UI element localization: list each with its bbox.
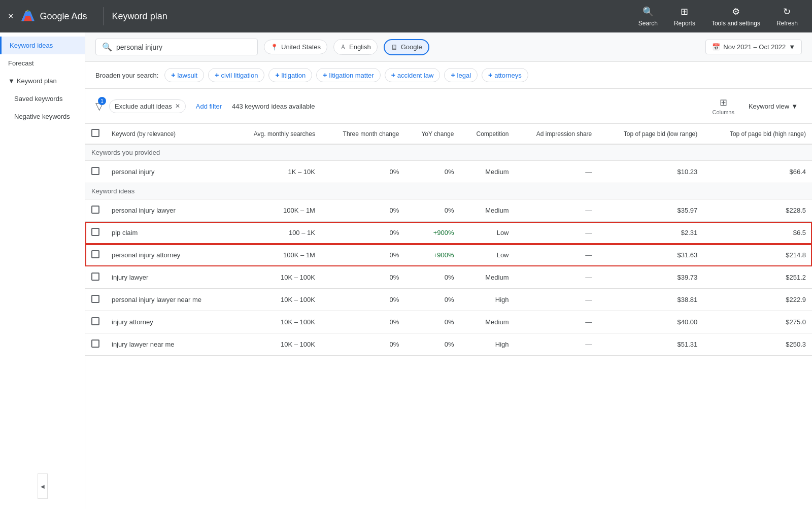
- select-all-checkbox[interactable]: [91, 129, 99, 137]
- row-checkbox[interactable]: [85, 161, 106, 183]
- sidebar-item-saved-keywords[interactable]: Saved keywords: [0, 90, 85, 108]
- row-checkbox[interactable]: [85, 333, 106, 356]
- view-dropdown[interactable]: Keyword view ▼: [745, 100, 802, 113]
- plus-icon: +: [171, 71, 175, 79]
- top-page-high-cell: $66.4: [703, 161, 812, 183]
- sidebar-scroll-arrow[interactable]: ◀: [38, 473, 48, 499]
- three-month-cell: 0%: [321, 222, 405, 244]
- top-page-high-cell: $275.0: [703, 311, 812, 333]
- col-top-page-low[interactable]: Top of page bid (low range): [598, 124, 703, 144]
- columns-icon: ⊞: [720, 97, 727, 108]
- keyword-cell: personal injury: [106, 161, 231, 183]
- columns-label: Columns: [713, 109, 734, 115]
- row-checkbox[interactable]: [85, 311, 106, 333]
- keyword-search-input[interactable]: [116, 43, 251, 51]
- table-row: injury attorney10K – 100K0%0%Medium—$40.…: [85, 311, 812, 333]
- col-yoy[interactable]: YoY change: [405, 124, 460, 144]
- view-dropdown-chevron: ▼: [791, 103, 798, 110]
- sidebar-item-forecast[interactable]: Forecast: [0, 54, 85, 72]
- app-logo: Google Ads: [20, 8, 87, 24]
- avg-monthly-cell: 10K – 100K: [231, 311, 321, 333]
- row-checkbox[interactable]: [85, 199, 106, 222]
- row-checkbox[interactable]: [85, 222, 106, 244]
- refresh-action[interactable]: ↻ Refresh: [770, 4, 804, 29]
- col-ad-impression[interactable]: Ad impression share: [515, 124, 598, 144]
- exclude-close-icon[interactable]: ✕: [175, 103, 180, 110]
- plus-icon: +: [215, 71, 219, 79]
- keyword-count-label: 443 keyword ideas available: [232, 103, 315, 110]
- close-button[interactable]: ×: [8, 11, 14, 22]
- exclude-adult-chip[interactable]: Exclude adult ideas ✕: [109, 99, 186, 113]
- yoy-cell: +900%: [405, 244, 460, 266]
- row-checkbox[interactable]: [91, 317, 99, 325]
- keyword-table: Keyword (by relevance) Avg. monthly sear…: [85, 124, 812, 356]
- table-toolbar: ▽ 1 Exclude adult ideas ✕ Add filter 443…: [85, 89, 812, 124]
- sidebar-label-negative-keywords: Negative keywords: [14, 113, 70, 120]
- table-row: injury lawyer near me10K – 100K0%0%High—…: [85, 333, 812, 356]
- sidebar-item-keyword-ideas[interactable]: Keyword ideas: [0, 37, 85, 54]
- reports-action[interactable]: ⊞ Reports: [668, 4, 701, 29]
- row-checkbox[interactable]: [85, 244, 106, 266]
- search-input-icon: 🔍: [102, 42, 112, 52]
- row-checkbox[interactable]: [91, 340, 99, 348]
- broaden-chip-label: litigation: [282, 72, 306, 79]
- add-filter-button[interactable]: Add filter: [192, 100, 226, 113]
- broaden-chip-civil-litigation[interactable]: + civil litigation: [208, 68, 264, 82]
- three-month-cell: 0%: [321, 244, 405, 266]
- broaden-chip-accident-law[interactable]: + accident law: [385, 68, 441, 82]
- row-checkbox[interactable]: [91, 206, 99, 214]
- row-checkbox[interactable]: [91, 295, 99, 303]
- row-checkbox[interactable]: [91, 273, 99, 281]
- main-content: 🔍 📍 United States Ａ English 🖥 Google 📅 N…: [85, 32, 812, 509]
- plus-icon: +: [451, 71, 455, 79]
- broaden-chip-litigation-matter[interactable]: + litigation matter: [316, 68, 380, 82]
- date-range-picker[interactable]: 📅 Nov 2021 – Oct 2022 ▼: [705, 40, 802, 54]
- broaden-chip-litigation[interactable]: + litigation: [268, 68, 312, 82]
- row-checkbox[interactable]: [91, 228, 99, 236]
- row-checkbox[interactable]: [91, 167, 99, 175]
- network-filter[interactable]: 🖥 Google: [384, 39, 429, 55]
- col-three-month[interactable]: Three month change: [321, 124, 405, 144]
- broaden-chip-legal[interactable]: + legal: [444, 68, 478, 82]
- col-keyword[interactable]: Keyword (by relevance): [106, 124, 231, 144]
- location-filter[interactable]: 📍 United States: [264, 40, 327, 54]
- broaden-search-bar: Broaden your search: + lawsuit + civil l…: [85, 62, 812, 89]
- sidebar-item-negative-keywords[interactable]: Negative keywords: [0, 108, 85, 125]
- sidebar-item-keyword-plan[interactable]: ▼ Keyword plan: [0, 72, 85, 90]
- network-value: Google: [401, 43, 422, 51]
- filter-icon-button[interactable]: ▽ 1: [95, 100, 103, 112]
- section-header-provided: Keywords you provided: [85, 144, 812, 161]
- keyword-search-box[interactable]: 🔍: [95, 39, 258, 55]
- yoy-cell: +900%: [405, 222, 460, 244]
- tools-action[interactable]: ⚙ Tools and settings: [705, 4, 766, 29]
- col-competition[interactable]: Competition: [460, 124, 515, 144]
- table-row: personal injury lawyer100K – 1M0%0%Mediu…: [85, 199, 812, 222]
- broaden-chip-lawsuit[interactable]: + lawsuit: [164, 68, 204, 82]
- search-label: Search: [638, 20, 658, 27]
- competition-cell: High: [460, 333, 515, 356]
- view-dropdown-label: Keyword view: [749, 103, 789, 110]
- plus-icon: +: [488, 71, 492, 79]
- row-checkbox[interactable]: [85, 266, 106, 289]
- columns-button[interactable]: ⊞ Columns: [708, 95, 738, 117]
- col-top-page-high[interactable]: Top of page bid (high range): [703, 124, 812, 144]
- broaden-chip-label: legal: [457, 72, 471, 79]
- yoy-cell: 0%: [405, 161, 460, 183]
- competition-cell: Low: [460, 222, 515, 244]
- toolbar-right: ⊞ Columns Keyword view ▼: [708, 95, 802, 117]
- refresh-icon: ↻: [781, 6, 793, 18]
- search-action[interactable]: 🔍 Search: [632, 4, 664, 29]
- row-checkbox[interactable]: [91, 250, 99, 258]
- language-filter[interactable]: Ａ English: [333, 39, 378, 55]
- broaden-chip-attorneys[interactable]: + attorneys: [482, 68, 528, 82]
- top-page-high-cell: $6.5: [703, 222, 812, 244]
- broaden-chip-label: lawsuit: [177, 72, 197, 79]
- ad-impression-cell: —: [515, 289, 598, 311]
- google-ads-logo-icon: [20, 8, 36, 24]
- row-checkbox[interactable]: [85, 289, 106, 311]
- ad-impression-cell: —: [515, 161, 598, 183]
- three-month-cell: 0%: [321, 266, 405, 289]
- col-avg-monthly[interactable]: Avg. monthly searches: [231, 124, 321, 144]
- broaden-chip-label: litigation matter: [329, 72, 374, 79]
- broaden-chip-label: attorneys: [494, 72, 521, 79]
